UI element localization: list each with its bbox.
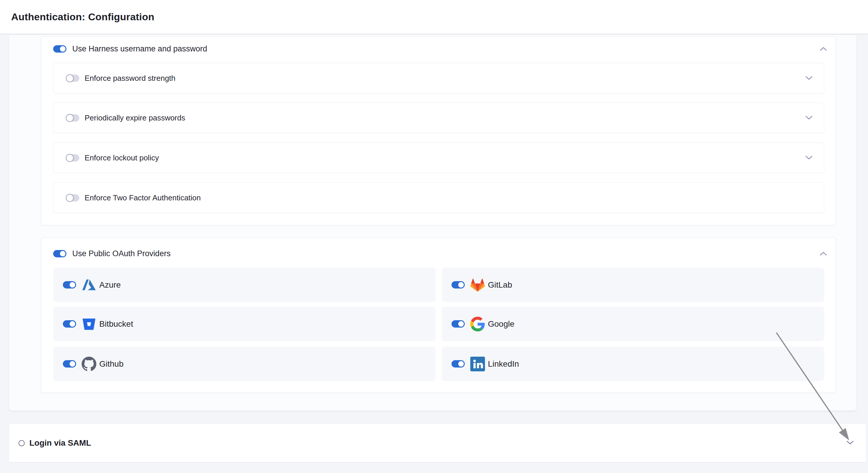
- bitbucket-icon: [82, 317, 96, 332]
- provider-label: Azure: [99, 280, 121, 290]
- toggle-knob: [59, 250, 66, 257]
- option-periodically-expire-passwords[interactable]: Periodically expire passwords: [53, 102, 824, 133]
- page-header: Authentication: Configuration: [0, 0, 868, 34]
- chevron-up-icon[interactable]: [820, 47, 827, 51]
- github-icon: [82, 357, 96, 371]
- provider-row-linkedin: LinkedIn: [442, 347, 824, 381]
- chevron-down-icon[interactable]: [805, 116, 812, 120]
- chevron-down-icon[interactable]: [846, 441, 854, 445]
- provider-label: Google: [488, 319, 514, 329]
- authentication-configuration-page: Authentication: Configuration Use Harnes…: [0, 0, 868, 473]
- section-label: Use Public OAuth Providers: [72, 249, 170, 258]
- provider-row-gitlab: GitLab: [442, 267, 824, 302]
- section-oauth-header[interactable]: Use Public OAuth Providers: [41, 238, 835, 261]
- bitbucket-toggle[interactable]: [63, 320, 76, 327]
- toggle-knob: [66, 154, 74, 162]
- github-toggle[interactable]: [63, 360, 76, 368]
- chevron-down-icon[interactable]: [805, 156, 812, 160]
- section-oauth-providers: Use Public OAuth Providers Azure Bitbuck…: [41, 238, 836, 393]
- provider-label: Bitbucket: [99, 319, 133, 329]
- option-enforce-password-strength[interactable]: Enforce password strength: [53, 63, 824, 93]
- option-label: Enforce Two Factor Authentication: [85, 193, 201, 202]
- toggle-knob: [69, 360, 76, 368]
- option-label: Periodically expire passwords: [85, 114, 185, 123]
- chevron-up-icon[interactable]: [820, 251, 827, 256]
- provider-row-google: Google: [442, 307, 824, 341]
- chevron-down-icon[interactable]: [805, 76, 812, 80]
- enforce-password-strength-toggle[interactable]: [66, 75, 79, 82]
- toggle-knob: [69, 320, 76, 327]
- provider-row-github: Github: [53, 347, 436, 381]
- option-label: Enforce password strength: [85, 74, 175, 83]
- gitlab-icon: [470, 278, 485, 292]
- expire-passwords-toggle[interactable]: [66, 114, 79, 122]
- google-icon: [470, 317, 485, 332]
- page-title: Authentication: Configuration: [11, 11, 154, 23]
- option-label: Enforce lockout policy: [85, 153, 159, 162]
- linkedin-toggle[interactable]: [452, 360, 465, 368]
- provider-row-azure: Azure: [53, 267, 436, 302]
- gitlab-toggle[interactable]: [452, 281, 465, 288]
- section-label: Use Harness username and password: [72, 44, 207, 54]
- toggle-knob: [66, 194, 74, 202]
- toggle-knob: [66, 74, 74, 82]
- section-username-password-header[interactable]: Use Harness username and password: [41, 37, 835, 60]
- toggle-knob: [457, 320, 465, 327]
- toggle-knob: [69, 281, 76, 288]
- toggle-knob: [66, 114, 74, 122]
- azure-icon: [82, 278, 96, 292]
- google-toggle[interactable]: [452, 320, 465, 327]
- toggle-knob: [59, 45, 66, 53]
- toggle-knob: [457, 281, 465, 288]
- provider-label: LinkedIn: [488, 359, 519, 369]
- lockout-policy-toggle[interactable]: [66, 154, 79, 162]
- oauth-providers-toggle[interactable]: [53, 250, 66, 257]
- provider-row-bitbucket: Bitbucket: [53, 307, 436, 341]
- two-factor-toggle[interactable]: [66, 194, 79, 201]
- section-login-via-saml[interactable]: Login via SAML: [9, 424, 866, 462]
- saml-radio-button[interactable]: [19, 440, 25, 446]
- option-enforce-lockout-policy[interactable]: Enforce lockout policy: [53, 143, 824, 173]
- section-username-password: Use Harness username and password Enforc…: [41, 36, 836, 225]
- linkedin-icon: [470, 357, 485, 371]
- azure-toggle[interactable]: [63, 281, 76, 288]
- provider-label: Github: [99, 359, 124, 369]
- option-enforce-two-factor-authentication[interactable]: Enforce Two Factor Authentication: [53, 183, 824, 213]
- toggle-knob: [457, 360, 465, 368]
- provider-label: GitLab: [488, 280, 512, 290]
- saml-label: Login via SAML: [29, 438, 91, 448]
- username-password-toggle[interactable]: [53, 45, 66, 53]
